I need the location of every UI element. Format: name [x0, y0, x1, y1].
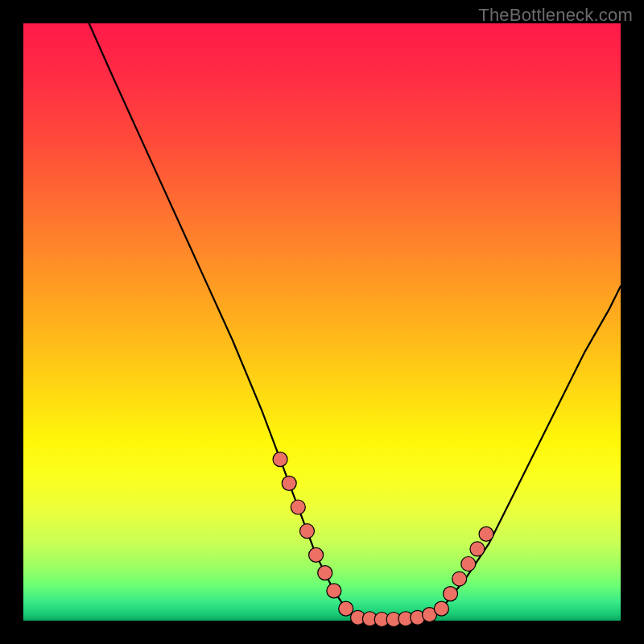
- chart-stage: TheBottleneck.com: [0, 0, 644, 644]
- marker-dot: [452, 572, 467, 586]
- marker-dot: [434, 601, 448, 616]
- marker-dot: [479, 526, 493, 541]
- marker-dot: [444, 587, 458, 601]
- marker-dot: [327, 584, 341, 598]
- marker-dot: [299, 524, 314, 539]
- marker-dot: [282, 476, 296, 490]
- marker-dot: [461, 557, 476, 572]
- plot-area: [23, 23, 621, 621]
- watermark-text: TheBottleneck.com: [478, 5, 633, 26]
- marker-dot: [339, 601, 353, 616]
- marker-dot: [273, 452, 287, 467]
- marker-dot: [309, 547, 324, 562]
- marker-dot: [470, 542, 485, 556]
- marker-group: [273, 452, 493, 627]
- bottleneck-curve: [89, 23, 621, 621]
- marker-dot: [318, 566, 332, 580]
- marker-dot: [291, 500, 305, 514]
- curve-layer: [23, 23, 621, 621]
